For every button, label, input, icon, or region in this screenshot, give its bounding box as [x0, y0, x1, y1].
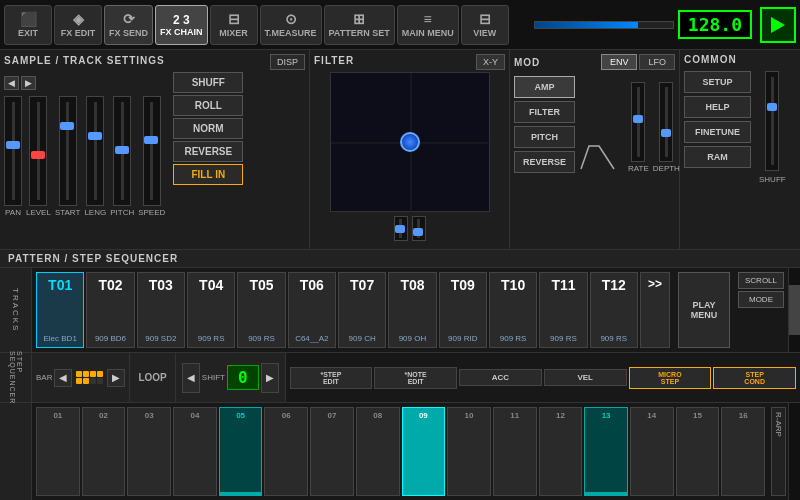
tracks-more-button[interactable]: >> [640, 272, 670, 348]
tracks-scrollbar[interactable] [788, 268, 800, 352]
track-cell-7[interactable]: T07 909 CH [338, 272, 386, 348]
dot-3 [90, 371, 96, 377]
arrow-left-button[interactable]: ◀ [4, 76, 19, 90]
fx-edit-button[interactable]: ◈ FX EDIT [54, 5, 102, 45]
step-button-15[interactable]: 15 [676, 407, 720, 496]
mod-tabs: ENV LFO [601, 54, 675, 70]
exit-button[interactable]: ⬛ EXIT [4, 5, 52, 45]
common-section: COMMON SETUP HELP FINETUNE RAM SHUFF [680, 50, 800, 249]
play-button[interactable] [760, 7, 796, 43]
fx-send-button[interactable]: ⟳ FX SEND [104, 5, 153, 45]
env-tab[interactable]: ENV [601, 54, 638, 70]
step-button-12[interactable]: 12 [539, 407, 583, 496]
bpm-value: 128.0 [678, 10, 752, 39]
rate-fader[interactable] [631, 82, 645, 162]
start-fader[interactable] [59, 96, 77, 206]
t-measure-button[interactable]: ⊙ T.MEASURE [260, 5, 322, 45]
steps-scrollbar[interactable] [788, 403, 800, 500]
filter-grid [331, 73, 631, 223]
step-button-16[interactable]: 16 [721, 407, 765, 496]
step-cond-button[interactable]: STEP COND [713, 367, 796, 389]
scroll-button[interactable]: SCROLL [738, 272, 784, 289]
mixer-button[interactable]: ⊟ MIXER [210, 5, 258, 45]
step-button-3[interactable]: 03 [127, 407, 171, 496]
step-button-6[interactable]: 06 [264, 407, 308, 496]
pitch-fader[interactable] [113, 96, 131, 206]
step-button-13[interactable]: 13 [584, 407, 628, 496]
track-cell-12[interactable]: T12 909 RS [590, 272, 638, 348]
roll-button[interactable]: ROLL [173, 95, 243, 116]
ram-button[interactable]: RAM [684, 146, 751, 168]
track-cell-11[interactable]: T11 909 RS [539, 272, 587, 348]
mode-button[interactable]: MODE [738, 291, 784, 308]
main-menu-button[interactable]: ≡ MAIN MENU [397, 5, 459, 45]
track-cell-2[interactable]: T02 909 BD6 [86, 272, 134, 348]
acc-button[interactable]: ACC [459, 369, 542, 386]
view-button[interactable]: ⊟ VIEW [461, 5, 509, 45]
step-button-7[interactable]: 07 [310, 407, 354, 496]
micro-step-button[interactable]: MICRO STEP [629, 367, 712, 389]
vel-button[interactable]: VEL [544, 369, 627, 386]
step-button-14[interactable]: 14 [630, 407, 674, 496]
help-button[interactable]: HELP [684, 96, 751, 118]
step-button-2[interactable]: 02 [82, 407, 126, 496]
xy-button[interactable]: X-Y [476, 54, 505, 70]
main-menu-icon: ≡ [424, 11, 432, 27]
common-fader[interactable] [765, 71, 779, 171]
step-button-5[interactable]: 05 [219, 407, 263, 496]
loop-area: LOOP [130, 353, 175, 402]
steps-row: 01 02 03 04 05 06 07 08 09 10 [0, 403, 800, 500]
level-fader[interactable] [29, 96, 47, 206]
finetune-button[interactable]: FINETUNE [684, 121, 751, 143]
fillin-button[interactable]: FILL IN [173, 164, 243, 185]
depth-fader[interactable] [659, 82, 673, 162]
view-icon: ⊟ [479, 11, 491, 27]
filter-fader-ctrl-2[interactable] [412, 216, 426, 241]
r-arp-button[interactable]: R-ARP [771, 407, 786, 496]
lfo-tab[interactable]: LFO [639, 54, 675, 70]
dot-2 [83, 371, 89, 377]
track-cell-1[interactable]: T01 Elec BD1 [36, 272, 84, 348]
step-edit-button[interactable]: *STEP EDIT [290, 367, 373, 389]
pattern-header: PATTERN / STEP SEQUENCER [0, 250, 800, 268]
pattern-set-button[interactable]: ⊞ PATTERN SET [324, 5, 395, 45]
step-button-9[interactable]: 09 [402, 407, 446, 496]
play-menu-area: PLAY MENU [674, 268, 734, 352]
disp-button[interactable]: DISP [270, 54, 305, 70]
bar-prev-button[interactable]: ◀ [54, 369, 72, 387]
fx-send-icon: ⟳ [123, 11, 135, 27]
track-cell-5[interactable]: T05 909 RS [237, 272, 285, 348]
track-cell-4[interactable]: T04 909 RS [187, 272, 235, 348]
note-edit-button[interactable]: *NOTE EDIT [374, 367, 457, 389]
arrow-right-button[interactable]: ▶ [21, 76, 36, 90]
step-button-10[interactable]: 10 [447, 407, 491, 496]
track-cell-10[interactable]: T10 909 RS [489, 272, 537, 348]
leng-fader-group: LENG [84, 96, 106, 217]
bpm-display: 128.0 [534, 7, 796, 43]
shift-prev-button[interactable]: ◀ [182, 363, 200, 393]
shift-next-button[interactable]: ▶ [261, 363, 279, 393]
step-button-11[interactable]: 11 [493, 407, 537, 496]
filter-fader-ctrl-1[interactable] [394, 216, 408, 241]
setup-button[interactable]: SETUP [684, 71, 751, 93]
reverse-button[interactable]: REVERSE [173, 141, 243, 162]
pan-fader[interactable] [4, 96, 22, 206]
counter-display: 0 [227, 365, 259, 390]
track-cell-6[interactable]: T06 C64__A2 [288, 272, 336, 348]
leng-fader[interactable] [86, 96, 104, 206]
speed-fader[interactable] [143, 96, 161, 206]
step-button-4[interactable]: 04 [173, 407, 217, 496]
step-button-8[interactable]: 08 [356, 407, 400, 496]
play-menu-button[interactable]: PLAY MENU [678, 272, 730, 348]
step-button-1[interactable]: 01 [36, 407, 80, 496]
track-cell-8[interactable]: T08 909 OH [388, 272, 436, 348]
norm-button[interactable]: NORM [173, 118, 243, 139]
shuff-button[interactable]: SHUFF [173, 72, 243, 93]
track-cell-3[interactable]: T03 909 SD2 [137, 272, 185, 348]
bpm-progress-fill [535, 22, 639, 28]
track-cell-9[interactable]: T09 909 RID [439, 272, 487, 348]
pitch-fader-group: PITCH [110, 96, 134, 217]
bar-next-button[interactable]: ▶ [107, 369, 125, 387]
fx-chain-button[interactable]: 2 3 FX CHAIN [155, 5, 208, 45]
filter-xy-pad[interactable] [330, 72, 490, 212]
